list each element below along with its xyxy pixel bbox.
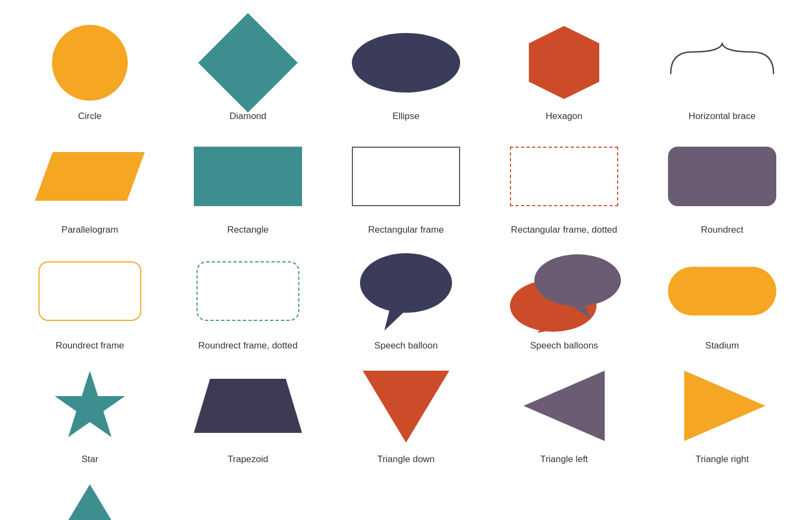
shape-star-container [52,365,128,446]
rectangle-label: Rectangle [227,225,269,235]
cell-speech-balloon: Speech balloon [327,243,485,354]
svg-marker-12 [47,484,133,521]
shape-rectangle-container [194,135,302,217]
svg-marker-2 [384,309,406,331]
cell-rect-frame: Rectangular frame [327,130,485,238]
roundrect-label: Roundrect [701,225,743,235]
svg-marker-11 [684,371,765,441]
svg-marker-10 [523,371,605,441]
hexagon-shape [523,23,605,102]
diamond-shape [198,13,298,113]
roundrect-frame-dotted-shape [197,261,299,321]
cell-diamond: Diamond [169,16,327,124]
cell-triangle-right: Triangle right [643,359,801,468]
shape-roundrect-container [668,135,776,217]
shape-trapezoid-container [194,365,302,446]
cell-circle: Circle [11,16,169,124]
trapezoid-label: Trapezoid [228,454,269,465]
shape-roundrect-frame-dotted-container [197,249,299,333]
cell-roundrect-frame: Roundrect frame [11,243,169,354]
shape-stadium-container [668,249,776,333]
shape-hbrace-container [668,22,776,103]
rect-frame-dotted-shape [510,147,618,206]
shape-triangle-left-container [521,365,607,446]
cell-triangle-up: Triangle up [11,473,169,520]
triangle-right-shape [676,368,768,444]
svg-marker-7 [55,371,125,437]
triangle-right-label: Triangle right [696,454,749,465]
diamond-label: Diamond [230,111,266,122]
cell-roundrect: Roundrect [643,130,801,238]
roundrect-frame-dotted-label: Roundrect frame, dotted [198,340,297,351]
circle-shape [52,25,128,101]
svg-marker-0 [529,26,599,99]
shape-ellipse-container [352,22,460,103]
stadium-shape [668,267,776,315]
svg-point-5 [534,254,621,306]
shape-parallelogram-container [44,135,136,217]
cell-roundrect-frame-dotted: Roundrect frame, dotted [169,243,327,354]
rect-frame-label: Rectangular frame [368,225,444,235]
speech-balloons-shape [499,249,629,333]
rect-frame-dotted-label: Rectangular frame, dotted [511,225,618,235]
rect-frame-shape [352,147,460,206]
parallelogram-label: Parallelogram [62,225,119,235]
triangle-left-label: Triangle left [540,454,588,465]
cell-speech-balloons: Speech balloons [485,243,643,354]
cell-triangle-left: Triangle left [485,359,643,468]
star-label: Star [81,454,98,465]
svg-marker-8 [194,379,302,433]
shape-diamond-container [213,22,283,103]
shape-triangle-right-container [676,365,768,446]
stadium-label: Stadium [705,340,739,351]
shapes-grid: Circle Diamond Ellipse Hexagon Hori [0,0,812,520]
speech-balloons-label: Speech balloons [530,340,598,351]
roundrect-frame-shape [38,261,141,321]
shape-hexagon-container [523,22,605,103]
cell-ellipse: Ellipse [327,16,485,124]
cell-rectangle: Rectangle [169,130,327,238]
shape-rect-frame-dotted-container [510,135,618,217]
triangle-up-shape [44,482,136,521]
ellipse-shape [352,33,460,93]
horizontal-brace-label: Horizontal brace [689,111,756,122]
cell-star: Star [11,359,169,468]
trapezoid-shape [194,373,302,438]
speech-balloon-label: Speech balloon [374,340,437,351]
cell-rect-frame-dotted: Rectangular frame, dotted [485,130,643,238]
cell-trapezoid: Trapezoid [169,359,327,468]
horizontal-brace-shape [668,41,776,84]
speech-balloon-shape [357,251,455,332]
hexagon-label: Hexagon [546,111,582,122]
parallelogram-shape [35,152,145,201]
svg-marker-9 [363,371,449,443]
cell-hexagon: Hexagon [485,16,643,124]
shape-triangle-down-container [360,365,452,446]
shape-circle-container [52,22,128,103]
triangle-left-shape [521,368,607,444]
rectangle-shape [194,147,302,206]
shape-speech-balloon-container [357,249,455,333]
star-shape [52,368,128,444]
cell-triangle-down: Triangle down [327,359,485,468]
roundrect-shape [668,147,776,206]
triangle-down-shape [360,368,452,444]
circle-label: Circle [78,111,101,122]
cell-horizontal-brace: Horizontal brace [643,16,801,124]
svg-point-1 [360,253,452,313]
cell-parallelogram: Parallelogram [11,130,169,238]
roundrect-frame-label: Roundrect frame [56,340,125,351]
cell-stadium: Stadium [643,243,801,354]
shape-roundrect-frame-container [38,249,141,333]
triangle-down-label: Triangle down [377,454,435,465]
ellipse-label: Ellipse [392,111,420,122]
shape-triangle-up-container [44,478,136,520]
shape-speech-balloons-container [499,249,629,333]
shape-rect-frame-container [352,135,460,217]
